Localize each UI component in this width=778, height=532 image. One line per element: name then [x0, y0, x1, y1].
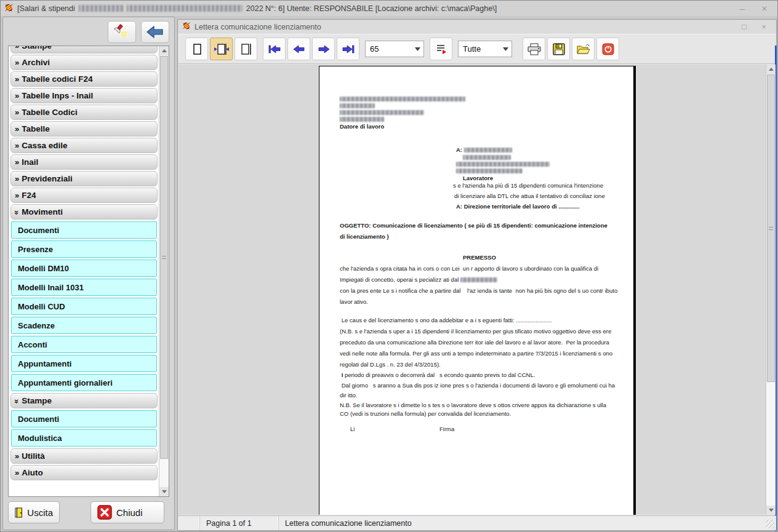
sidebar-item-movimenti[interactable]: »Movimenti	[10, 204, 158, 220]
main-titlebar: [Salari & stipendi 2022 N°: 6] Utente: R…	[1, 1, 777, 16]
scrollbar-track[interactable]	[159, 459, 169, 487]
preview-title: Lettera comunicazione licenziamento	[194, 23, 321, 31]
sidebar-item-label: F24	[22, 191, 36, 200]
doc-line: N.B. Se il lavoratore s i dimette lo s t…	[340, 402, 606, 408]
first-page-button[interactable]	[263, 38, 286, 60]
sidebar-item-tabelle[interactable]: »Tabelle	[10, 121, 158, 137]
resize-grip-icon[interactable]	[766, 520, 774, 528]
doc-text: s e l'azienda ha più di 15 dipendenti co…	[453, 182, 603, 189]
sidebar-item-previdenziali[interactable]: »Previdenziali	[10, 171, 158, 186]
sidebar-subitem-documenti[interactable]: Documenti	[11, 410, 157, 427]
scroll-up-icon[interactable]	[159, 46, 169, 55]
sidebar-subitem-modelli-cud[interactable]: Modelli CUD	[11, 298, 157, 315]
redacted-text	[340, 117, 384, 122]
doc-line	[340, 116, 384, 122]
scroll-down-icon[interactable]	[159, 487, 169, 496]
view-fit-height-button[interactable]	[235, 38, 257, 60]
chiudi-button[interactable]: Chiudi	[90, 501, 164, 523]
sidebar-subitem-appuntamenti[interactable]: Appuntamenti	[11, 355, 157, 372]
sidebar-subitem-modelli-dm10[interactable]: Modelli DM10	[11, 260, 157, 277]
doc-text: con la pres ente Le s i notifica che a p…	[340, 287, 617, 294]
sidebar-item-utilit[interactable]: »Utilità	[10, 448, 158, 464]
preview-window: Lettera comunicazione licenziamento □ ×	[177, 19, 777, 531]
chevron-collapsed-icon: »	[15, 453, 18, 459]
sidebar-item-cassa-edile[interactable]: »Cassa edile	[10, 138, 158, 153]
scroll-up-icon[interactable]	[766, 65, 776, 74]
open-button[interactable]	[572, 38, 595, 60]
floppy-disk-icon	[552, 42, 566, 56]
sidebar-subitem-label: Presenze	[18, 245, 53, 254]
doc-line	[456, 161, 550, 167]
doc-line	[463, 154, 511, 161]
chiudi-label: Chiudi	[116, 507, 143, 518]
save-button[interactable]	[547, 38, 570, 60]
preview-scrollbar[interactable]	[766, 65, 776, 515]
sidebar-subitem-label: Documenti	[18, 226, 59, 235]
doc-text: periodo di preavvis o decorrerà dal s ec…	[343, 371, 535, 378]
redacted-text	[340, 103, 375, 108]
sidebar-scrollbar[interactable]	[159, 46, 169, 496]
sidebar-item-stampe[interactable]: »Stampe	[10, 46, 158, 54]
sidebar-subitem-modelli-inail-1031[interactable]: Modelli Inail 1031	[11, 279, 157, 296]
document-page: Datore di lavoroA: Lavoratores e l'azien…	[319, 66, 636, 515]
sidebar-subitem-scadenze[interactable]: Scadenze	[11, 317, 157, 334]
sidebar-item-label: Previdenziali	[22, 174, 73, 183]
sidebar-subitem-modulistica[interactable]: Modulistica	[11, 429, 157, 447]
text-mode-button[interactable]	[430, 38, 452, 60]
scroll-down-icon[interactable]	[766, 506, 776, 515]
maximize-icon[interactable]: □	[736, 22, 752, 31]
scrollbar-thumb[interactable]	[767, 74, 775, 382]
chevron-down-icon[interactable]	[499, 47, 511, 51]
doc-line: OGGETTO: Comunicazione di licenziamento …	[340, 223, 608, 229]
sidebar-subitem-documenti[interactable]: Documenti	[11, 221, 157, 239]
chevron-collapsed-icon: »	[15, 93, 18, 99]
redacted-text	[464, 148, 512, 153]
scrollbar-thumb[interactable]	[160, 56, 168, 459]
doc-line: (N.B. s e l'azienda s uper a i 15 dipend…	[340, 328, 611, 335]
preview-area[interactable]: Datore di lavoroA: Lavoratores e l'azien…	[178, 65, 776, 515]
chevron-down-icon[interactable]	[411, 47, 423, 51]
sidebar-item-inail[interactable]: »Inail	[10, 154, 158, 170]
doc-line: regolati dal D.Lgs . n. 23 del 4/3/2015)…	[340, 362, 441, 368]
sidebar-item-tabelle-inps-inail[interactable]: »Tabelle Inps - Inail	[10, 88, 158, 103]
sidebar-item-f24[interactable]: »F24	[10, 188, 158, 203]
sidebar-item-label: Movimenti	[22, 207, 63, 216]
view-whole-page-button[interactable]	[185, 38, 208, 60]
scrollbar-track[interactable]	[766, 383, 776, 506]
sidebar-subitem-acconti[interactable]: Acconti	[11, 336, 157, 353]
status-page-count: Pagina 1 of 1	[200, 516, 279, 530]
back-button[interactable]	[141, 21, 169, 43]
chevron-collapsed-icon: »	[15, 109, 18, 116]
sidebar-subitem-presenze[interactable]: Presenze	[11, 240, 157, 258]
sidebar-item-label: Archivi	[22, 58, 50, 67]
sidebar-item-tabelle-codici[interactable]: »Tabelle Codici	[10, 105, 158, 120]
next-page-button[interactable]	[312, 38, 335, 60]
chevron-collapsed-icon: »	[15, 159, 18, 165]
app-root: [Salari & stipendi 2022 N°: 6] Utente: R…	[0, 0, 778, 532]
pages-select[interactable]: Tutte	[458, 41, 512, 57]
print-button[interactable]	[523, 38, 545, 60]
doc-text: vedi nelle note alla formula. Per gli as…	[340, 350, 612, 357]
close-icon[interactable]: ×	[756, 22, 772, 31]
sidebar-subitem-appuntamenti-giornalieri[interactable]: Appuntamenti giornalieri	[11, 374, 157, 391]
zoom-select[interactable]: 65	[365, 41, 424, 57]
torch-icon	[114, 24, 130, 40]
doc-line: I periodo di preavvis o decorrerà dal s …	[340, 372, 535, 378]
uscita-button[interactable]: Uscita	[8, 501, 60, 523]
search-torch-button[interactable]	[108, 21, 136, 43]
page-icon	[191, 42, 203, 56]
sidebar-item-tabelle-codici-f24[interactable]: »Tabelle codici F24	[10, 71, 158, 87]
last-page-button[interactable]	[337, 38, 359, 60]
previous-page-button[interactable]	[287, 38, 310, 60]
sidebar-item-archivi[interactable]: »Archivi	[10, 55, 158, 70]
sidebar-item-stampe[interactable]: »Stampe	[10, 393, 158, 408]
sidebar-item-label: Tabelle Inps - Inail	[22, 91, 93, 100]
minimize-icon[interactable]: –	[733, 2, 752, 15]
sidebar-item-aiuto[interactable]: »Aiuto	[10, 465, 158, 480]
close-icon[interactable]: ×	[755, 2, 774, 15]
doc-line: Datore di lavoro	[340, 124, 384, 130]
exit-button[interactable]	[596, 38, 619, 60]
sidebar-item-label: Tabelle codici F24	[22, 74, 92, 84]
doc-text: Lavoratore	[463, 175, 493, 181]
view-fit-width-button[interactable]	[210, 38, 233, 60]
